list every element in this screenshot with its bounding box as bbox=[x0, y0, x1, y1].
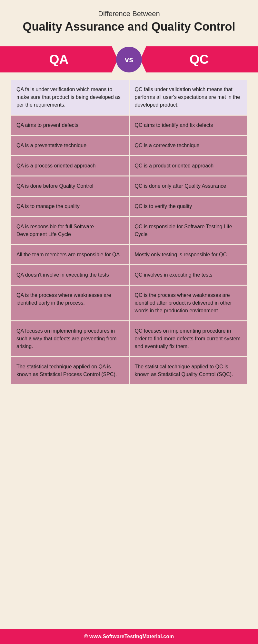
page-footer: © www.SoftwareTestingMaterial.com bbox=[0, 629, 258, 644]
qa-cell: QA is to manage the quality bbox=[11, 196, 129, 217]
table-row: QA focuses on implementing procedures in… bbox=[11, 321, 247, 357]
qa-cell: The statistical technique applied on QA … bbox=[11, 357, 129, 385]
table-row: QA is responsible for full Software Deve… bbox=[11, 217, 247, 245]
table-row: QA is the process where weaknesses are i… bbox=[11, 285, 247, 321]
qa-cell: QA doesn't involve in executing the test… bbox=[11, 265, 129, 285]
header-title: Quality Assurance and Quality Control bbox=[23, 20, 235, 33]
qc-cell: QC is to verify the quality bbox=[129, 196, 247, 217]
qc-cell: QC is the process where weaknesses are i… bbox=[129, 285, 247, 321]
qa-cell: QA is a process oriented approach bbox=[11, 156, 129, 176]
qa-cell: QA aims to prevent defects bbox=[11, 115, 129, 136]
qa-cell: QA falls under verification which means … bbox=[11, 80, 129, 115]
qc-banner: QC bbox=[140, 46, 258, 72]
qc-cell: QC aims to identify and fix defects bbox=[129, 115, 247, 136]
header-subtitle: Difference Between bbox=[23, 10, 235, 18]
page-header: Difference Between Quality Assurance and… bbox=[16, 0, 242, 40]
table-row: All the team members are responsible for… bbox=[11, 245, 247, 265]
qc-cell: QC involves in executing the tests bbox=[129, 265, 247, 285]
table-row: QA is done before Quality ControlQC is d… bbox=[11, 176, 247, 196]
table-row: QA falls under verification which means … bbox=[11, 80, 247, 115]
qa-cell: QA is responsible for full Software Deve… bbox=[11, 217, 129, 245]
qc-cell: The statistical technique applied to QC … bbox=[129, 357, 247, 385]
qc-cell: QC focuses on implementing procedure in … bbox=[129, 321, 247, 357]
qa-cell: QA is a preventative technique bbox=[11, 136, 129, 156]
qa-cell: All the team members are responsible for… bbox=[11, 245, 129, 265]
qc-cell: QC falls under validation which means th… bbox=[129, 80, 247, 115]
qa-banner: QA bbox=[0, 46, 118, 72]
qc-cell: QC is a product oriented approach bbox=[129, 156, 247, 176]
table-row: QA aims to prevent defectsQC aims to ide… bbox=[11, 115, 247, 136]
qc-cell: QC is a corrective technique bbox=[129, 136, 247, 156]
qc-cell: Mostly only testing is responsible for Q… bbox=[129, 245, 247, 265]
vs-circle: vs bbox=[116, 47, 142, 72]
table-row: QA doesn't involve in executing the test… bbox=[11, 265, 247, 285]
table-row: QA is a preventative techniqueQC is a co… bbox=[11, 136, 247, 156]
qc-cell: QC is done only after Quality Assurance bbox=[129, 176, 247, 196]
table-row: QA is a process oriented approachQC is a… bbox=[11, 156, 247, 176]
table-row: QA is to manage the qualityQC is to veri… bbox=[11, 196, 247, 217]
banner-row: QA vs QC bbox=[0, 46, 258, 72]
qa-cell: QA is the process where weaknesses are i… bbox=[11, 285, 129, 321]
qc-cell: QC is responsible for Software Testing L… bbox=[129, 217, 247, 245]
table-row: The statistical technique applied on QA … bbox=[11, 357, 247, 385]
qa-cell: QA is done before Quality Control bbox=[11, 176, 129, 196]
comparison-table: QA falls under verification which means … bbox=[10, 79, 248, 385]
qa-cell: QA focuses on implementing procedures in… bbox=[11, 321, 129, 357]
